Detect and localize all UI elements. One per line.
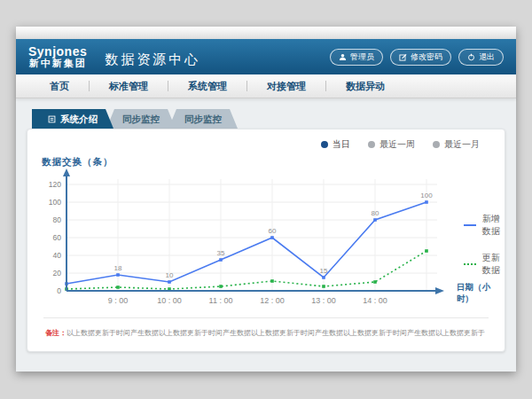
edit-icon (399, 53, 407, 61)
app-header: Synjones 新中新集团 数据资源中心 管理员 修改密码 退出 (16, 39, 516, 74)
radio-label: 最近一月 (444, 138, 480, 151)
tab-sync-monitor-2[interactable]: 同步监控 (168, 109, 238, 129)
nav-item-docking-mgmt[interactable]: 对接管理 (247, 80, 325, 93)
tab-sync-monitor-1[interactable]: 同步监控 (106, 109, 176, 129)
svg-text:20: 20 (53, 269, 62, 278)
logout-label: 退出 (479, 51, 495, 63)
nav-item-home[interactable]: 首页 (30, 80, 89, 93)
tab-label: 同步监控 (184, 109, 222, 129)
legend-new-data: 新增数据 (464, 213, 505, 238)
window-chrome (16, 27, 516, 39)
nav-item-system-mgmt[interactable]: 系统管理 (168, 80, 246, 93)
svg-text:12 : 00: 12 : 00 (260, 296, 285, 305)
nav-item-data-change[interactable]: 数据异动 (326, 80, 404, 93)
svg-text:100: 100 (420, 192, 433, 200)
svg-text:14 : 00: 14 : 00 (363, 296, 387, 305)
logo-text-cn: 新中新集团 (28, 59, 87, 69)
nav-item-standard-mgmt[interactable]: 标准管理 (90, 80, 168, 93)
page-title: 数据资源中心 (105, 51, 200, 68)
svg-text:60: 60 (269, 227, 277, 235)
radio-dot (368, 141, 375, 148)
logo-text-en: Synjones (28, 45, 87, 59)
svg-text:15: 15 (320, 267, 328, 275)
radio-label: 当日 (332, 138, 350, 151)
chart-legend: 新增数据 更新数据 (464, 213, 505, 277)
tab-label: 系统介绍 (60, 109, 98, 129)
date-range-filter: 当日 最近一周 最近一月 (27, 138, 505, 151)
svg-text:11 : 00: 11 : 00 (209, 296, 233, 305)
svg-text:10: 10 (166, 271, 174, 279)
svg-text:40: 40 (53, 251, 62, 260)
note-prefix: 备注： (45, 329, 66, 337)
change-password-button[interactable]: 修改密码 (390, 49, 451, 66)
legend-label: 更新数据 (482, 252, 505, 277)
radio-last-week[interactable]: 最近一周 (368, 138, 415, 151)
solid-line-swatch (464, 224, 476, 226)
svg-text:18: 18 (114, 264, 122, 272)
svg-text:100: 100 (49, 198, 61, 207)
svg-text:13 : 00: 13 : 00 (311, 296, 336, 305)
svg-text:10 : 00: 10 : 00 (157, 296, 182, 305)
exchange-chart-svg: 1810356015801000204060801001209 : 0010 :… (36, 168, 453, 314)
logout-icon (467, 53, 475, 61)
logout-button[interactable]: 退出 (458, 49, 504, 66)
x-axis-title: 日期（小时） (457, 282, 505, 305)
user-icon (339, 53, 347, 61)
dotted-line-swatch (464, 263, 476, 265)
svg-text:0: 0 (57, 286, 61, 295)
y-axis-title: 数据交换（条） (42, 156, 113, 168)
radio-dot (321, 141, 328, 148)
tab-bar: 系统介绍 同步监控 同步监控 (32, 109, 505, 129)
content-area: 系统介绍 同步监控 同步监控 当日 最近一周 (16, 98, 516, 352)
footer-note: 备注：以上数据更新于时间产生数据以上数据更新于时间产生数据以上数据更新于时间产生… (43, 317, 489, 338)
legend-label: 新增数据 (482, 213, 505, 238)
svg-text:80: 80 (53, 215, 62, 224)
svg-text:80: 80 (372, 209, 379, 217)
main-nav: 首页 标准管理 系统管理 对接管理 数据异动 (16, 74, 516, 98)
app-window: Synjones 新中新集团 数据资源中心 管理员 修改密码 退出 (16, 27, 516, 372)
company-logo: Synjones 新中新集团 (28, 45, 87, 68)
chart-card: 当日 最近一周 最近一月 数据交换（条） 1810356015801000204… (27, 129, 505, 352)
svg-text:35: 35 (217, 249, 225, 257)
radio-last-month[interactable]: 最近一月 (433, 138, 480, 151)
radio-dot (433, 141, 440, 148)
document-icon (48, 115, 56, 123)
svg-text:9 : 00: 9 : 00 (108, 296, 129, 305)
note-text: 以上数据更新于时间产生数据以上数据更新于时间产生数据以上数据更新于时间产生数据以… (66, 329, 485, 337)
admin-user-button[interactable]: 管理员 (330, 49, 383, 66)
user-menu: 管理员 修改密码 退出 (330, 49, 504, 66)
svg-text:120: 120 (49, 180, 61, 189)
tab-system-intro[interactable]: 系统介绍 (32, 109, 113, 129)
legend-update-data: 更新数据 (464, 252, 505, 277)
change-password-label: 修改密码 (411, 51, 442, 63)
tab-label: 同步监控 (122, 109, 160, 129)
radio-today[interactable]: 当日 (321, 138, 350, 151)
svg-text:60: 60 (53, 233, 62, 242)
admin-user-label: 管理员 (350, 51, 374, 63)
data-exchange-chart: 数据交换（条） 1810356015801000204060801001209 … (27, 158, 505, 314)
radio-label: 最近一周 (379, 138, 415, 151)
